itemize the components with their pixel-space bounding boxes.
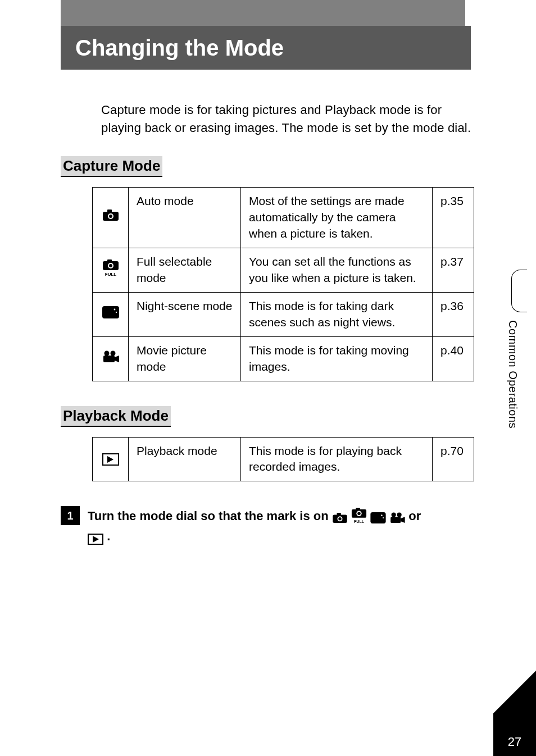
playback-mode-table: Playback mode This mode is for playing b… [92,437,474,482]
playback-mode-icon [93,437,129,481]
step-text-before: Turn the mode dial so that the mark is o… [88,509,332,523]
mode-desc: Most of the settings are made automatica… [241,187,433,248]
side-tab-label: Common Operations [506,320,519,429]
svg-point-10 [113,308,115,310]
step-number: 1 [61,506,80,525]
mode-desc: This mode is for taking moving images. [241,336,433,381]
svg-rect-17 [337,513,340,516]
page-header: Changing the Mode [61,20,474,82]
side-tab-nub [511,270,527,312]
svg-text:FULL: FULL [354,520,365,524]
mode-name: Playback mode [129,437,241,481]
svg-marker-31 [401,517,405,523]
table-row: FULL Full selectable mode You can set al… [93,248,474,292]
mode-desc: This mode is for playing back recorded i… [241,437,433,481]
intro-paragraph: Capture mode is for taking pictures and … [101,101,474,137]
svg-point-13 [110,350,115,356]
svg-point-19 [338,518,341,521]
play-icon [102,453,119,466]
camera-icon [102,209,119,221]
play-icon [88,534,103,545]
full-selectable-mode-icon: FULL [93,248,129,292]
svg-point-28 [392,513,396,517]
mode-name: Night-scene mode [129,292,241,336]
svg-rect-14 [103,356,115,362]
mode-name: Auto mode [129,187,241,248]
camera-icon [332,512,348,523]
capture-mode-table: Auto mode Most of the settings are made … [92,187,474,381]
svg-text:FULL: FULL [105,272,116,276]
movie-icon [102,350,119,363]
mode-page-ref: p.36 [433,292,474,336]
playback-mode-heading: Playback Mode [61,406,171,427]
svg-rect-21 [356,508,360,510]
mode-page-ref: p.37 [433,248,474,292]
mode-name: Full selectable mode [129,248,241,292]
mode-page-ref: p.35 [433,187,474,248]
camera-full-icon: FULL [102,259,119,276]
auto-mode-icon [93,187,129,248]
movie-picture-mode-icon [93,336,129,381]
table-row: Movie picture mode This mode is for taki… [93,336,474,381]
camera-full-icon: FULL [351,508,367,523]
svg-point-23 [357,512,361,516]
svg-point-7 [109,264,112,267]
svg-point-11 [115,311,116,312]
svg-point-27 [383,517,384,518]
svg-rect-1 [107,210,112,212]
night-scene-icon [102,306,119,318]
table-row: Auto mode Most of the settings are made … [93,187,474,248]
mode-name: Movie picture mode [129,336,241,381]
step-1: 1 Turn the mode dial so that the mark is… [61,506,474,545]
table-row: Night-scene mode This mode is for taking… [93,292,474,336]
mode-desc: This mode is for taking dark scenes such… [241,292,433,336]
svg-point-3 [109,215,112,218]
side-tab: Common Operations [500,0,527,756]
svg-point-12 [104,350,109,356]
step-text-after-icons: or [408,509,421,523]
mode-page-ref: p.70 [433,437,474,481]
svg-marker-15 [115,356,119,362]
step-text: Turn the mode dial so that the mark is o… [88,506,474,545]
capture-mode-heading: Capture Mode [61,156,162,177]
night-scene-mode-icon [93,292,129,336]
mode-page-ref: p.40 [433,336,474,381]
page-number: 27 [493,713,536,756]
svg-rect-30 [390,517,401,523]
night-scene-icon [370,512,386,523]
svg-rect-5 [107,259,112,262]
table-row: Playback mode This mode is for playing b… [93,437,474,481]
page-title: Changing the Mode [61,26,471,70]
svg-point-29 [397,513,402,517]
mode-desc: You can set all the functions as you lik… [241,248,433,292]
movie-icon [389,512,405,523]
step-text-line2-after: . [107,529,110,543]
page-number-corner [493,671,536,713]
svg-point-26 [381,515,383,517]
